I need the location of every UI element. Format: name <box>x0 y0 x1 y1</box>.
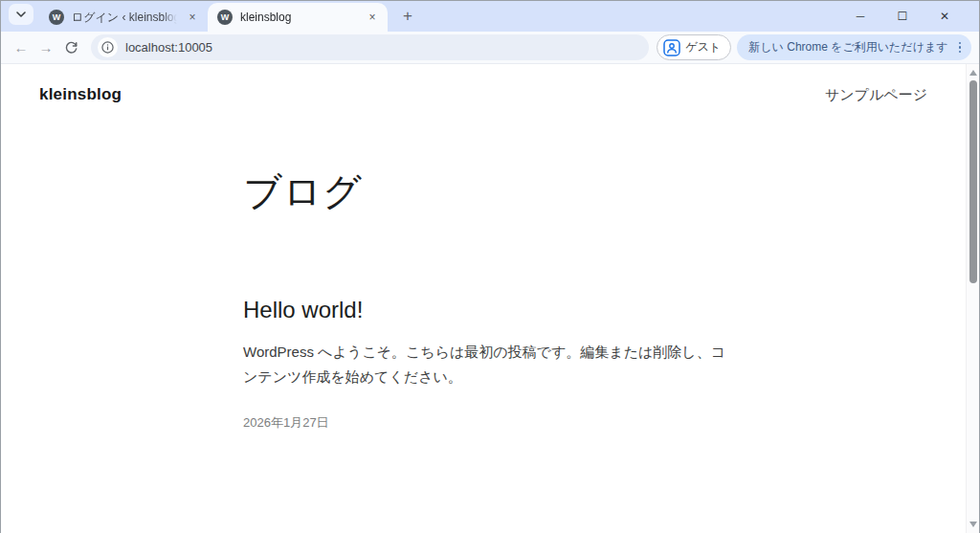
new-tab-button[interactable]: + <box>395 4 420 29</box>
close-tab-icon[interactable]: × <box>365 10 380 25</box>
back-button[interactable]: ← <box>9 35 33 60</box>
tab-title: ログイン ‹ kleinsblog — WordPress <box>72 10 179 26</box>
wordpress-favicon-icon: W <box>217 10 233 25</box>
page-scrollbar[interactable] <box>966 64 979 533</box>
scroll-down-icon[interactable] <box>969 522 977 527</box>
chevron-down-icon <box>16 11 26 17</box>
guest-label: ゲスト <box>685 39 721 56</box>
reload-button[interactable] <box>58 35 83 60</box>
guest-profile-button[interactable]: ゲスト <box>657 34 731 60</box>
kebab-icon <box>959 42 962 45</box>
webpage-viewport: kleinsblog サンプルページ ブログ Hello world! Word… <box>1 64 979 533</box>
post-title-link[interactable]: Hello world! <box>243 297 737 323</box>
scrollbar-thumb[interactable] <box>969 80 977 283</box>
browser-toolbar: ← → localhost:10005 ゲスト 新しい Chrome をご利用い… <box>1 32 979 64</box>
chrome-update-chip[interactable]: 新しい Chrome をご利用いただけます <box>737 34 971 60</box>
blog-content: ブログ Hello world! WordPress へようこそ。こちらは最初の… <box>243 166 737 432</box>
nav-sample-page-link[interactable]: サンプルページ <box>825 86 927 104</box>
address-bar[interactable]: localhost:10005 <box>91 34 649 60</box>
site-info-button[interactable] <box>98 37 118 57</box>
window-controls: ─ ☐ ✕ <box>839 1 979 32</box>
reload-icon <box>64 40 78 55</box>
post-date: 2026年1月27日 <box>243 414 737 432</box>
guest-avatar-icon <box>663 39 680 56</box>
page-title: ブログ <box>243 166 737 218</box>
tab-wordpress-login[interactable]: W ログイン ‹ kleinsblog — WordPress × <box>39 3 208 32</box>
tab-search-button[interactable] <box>9 4 33 25</box>
forward-button[interactable]: → <box>33 35 58 60</box>
url-text: localhost:10005 <box>125 40 212 55</box>
tab-kleinsblog[interactable]: W kleinsblog × <box>208 3 388 32</box>
scroll-up-icon[interactable] <box>969 70 977 76</box>
site-logo-link[interactable]: kleinsblog <box>39 85 122 104</box>
wordpress-favicon-icon: W <box>49 10 64 25</box>
update-chip-label: 新しい Chrome をご利用いただけます <box>748 39 947 56</box>
tab-title: kleinsblog <box>240 11 359 24</box>
minimize-button[interactable]: ─ <box>839 2 881 31</box>
maximize-button[interactable]: ☐ <box>881 2 924 31</box>
info-icon <box>101 41 114 54</box>
site-header: kleinsblog サンプルページ <box>1 64 979 104</box>
tab-strip: W ログイン ‹ kleinsblog — WordPress × W klei… <box>1 1 979 32</box>
browser-menu-button[interactable] <box>956 39 965 56</box>
post-excerpt: WordPress へようこそ。こちらは最初の投稿です。編集または削除し、コンテ… <box>243 340 737 389</box>
close-tab-icon[interactable]: × <box>185 10 200 25</box>
close-window-button[interactable]: ✕ <box>924 2 966 31</box>
